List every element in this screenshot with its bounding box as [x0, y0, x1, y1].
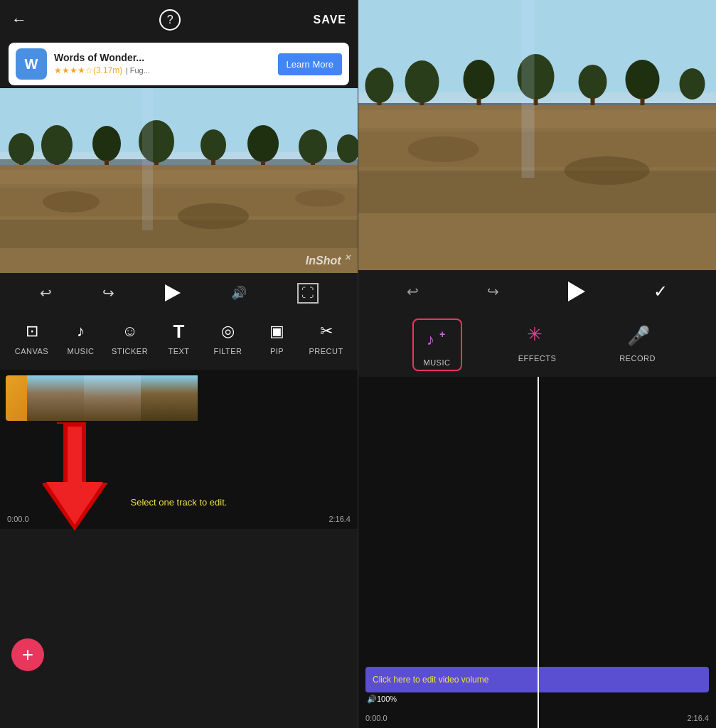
- timestamp-start-left: 0:00.0: [7, 515, 29, 523]
- pip-label: PIP: [270, 347, 284, 355]
- watermark-text: InShot: [306, 255, 341, 267]
- precut-label: PRECUT: [309, 347, 343, 355]
- tool-sticker[interactable]: ☺ STICKER: [109, 318, 151, 355]
- svg-point-4: [41, 125, 73, 165]
- svg-rect-20: [0, 220, 358, 248]
- tool-text[interactable]: T TEXT: [158, 318, 201, 355]
- timeline-thumb-3: [141, 375, 198, 421]
- filter-icon: ◎: [215, 318, 241, 344]
- svg-rect-21: [142, 88, 153, 230]
- svg-text:🎤: 🎤: [627, 324, 651, 347]
- ad-sub: | Fug...: [126, 66, 150, 75]
- canvas-label: CANVAS: [15, 347, 48, 355]
- right-controls-row: ↩ ↪ ✓: [358, 270, 716, 313]
- watermark-icon: ✕: [344, 253, 351, 262]
- ad-title: Words of Wonder...: [54, 52, 271, 63]
- right-timeline: Click here to edit video volume 🔊100% 0:…: [358, 377, 716, 728]
- svg-point-2: [9, 133, 34, 164]
- confirm-button-right[interactable]: ✓: [653, 282, 668, 301]
- controls-row: ↩ ↪ 🔊 ⛶: [0, 273, 358, 313]
- tool-music-right[interactable]: ♪ + MUSIC: [412, 318, 462, 371]
- video-preview-left: InShot ✕: [0, 88, 358, 273]
- tool-music[interactable]: ♪ MUSIC: [60, 318, 102, 355]
- timeline-clip-start: [6, 375, 27, 421]
- tool-filter[interactable]: ◎ FILTER: [207, 318, 250, 355]
- undo-button-left[interactable]: ↩: [40, 284, 52, 301]
- svg-point-48: [565, 156, 650, 185]
- right-panel: ↩ ↪ ✓ ♪ + MUSIC ✳: [358, 0, 716, 728]
- timeline-thumb-2: [84, 375, 141, 421]
- svg-point-47: [408, 136, 479, 162]
- timestamp-end-left: 2:16.4: [328, 515, 351, 523]
- svg-point-33: [464, 60, 495, 100]
- svg-rect-18: [0, 170, 358, 184]
- tools-row: ⊡ CANVAS ♪ MUSIC ☺ STICKER T TEXT ◎ FI: [0, 313, 358, 370]
- bottom-area: ↩ ↪ 🔊 ⛶ ⊡ CANVAS ♪ MUSIC ☺ STICKER: [0, 273, 358, 529]
- music-label: MUSIC: [68, 347, 95, 355]
- tool-precut[interactable]: ✂ PRECUT: [305, 318, 348, 355]
- tool-record-right[interactable]: 🎤 RECORD: [613, 318, 663, 363]
- volume-percent-display: 🔊100%: [367, 695, 397, 704]
- back-button[interactable]: ←: [11, 11, 27, 29]
- landscape-scene-right: [358, 0, 716, 270]
- tool-effects-right[interactable]: ✳ EFFECTS: [513, 318, 562, 363]
- volume-track-text: Click here to edit video volume: [373, 675, 488, 685]
- svg-point-6: [92, 126, 121, 161]
- ad-stars-sub: ★★★★☆(3.17m) | Fug...: [54, 63, 271, 76]
- record-icon-right: 🎤: [622, 318, 653, 350]
- svg-point-12: [247, 125, 279, 162]
- pip-icon: ▣: [265, 318, 290, 344]
- text-icon: T: [166, 318, 192, 344]
- right-tools-row: ♪ + MUSIC ✳ EFFECTS 🎤: [358, 313, 716, 377]
- svg-point-37: [579, 65, 607, 99]
- play-button-left[interactable]: [165, 284, 181, 301]
- right-playhead: [538, 377, 539, 728]
- svg-text:✳: ✳: [527, 323, 543, 345]
- sticker-icon: ☺: [117, 318, 143, 344]
- svg-text:+: +: [439, 328, 445, 340]
- left-panel: ← ? SAVE W Words of Wonder... ★★★★☆(3.17…: [0, 0, 358, 728]
- svg-rect-46: [522, 0, 535, 178]
- ad-text-block: Words of Wonder... ★★★★☆(3.17m) | Fug...: [54, 52, 271, 76]
- svg-rect-45: [358, 171, 716, 213]
- undo-button-right[interactable]: ↩: [407, 283, 419, 300]
- redo-button-right[interactable]: ↪: [487, 283, 499, 300]
- svg-point-10: [201, 129, 226, 161]
- effects-icon-right: ✳: [522, 318, 553, 350]
- svg-text:♪: ♪: [427, 331, 434, 348]
- svg-point-23: [178, 203, 249, 229]
- ad-learn-button[interactable]: Learn More: [278, 53, 342, 75]
- redo-button-left[interactable]: ↪: [102, 284, 114, 301]
- svg-point-41: [680, 68, 705, 100]
- play-button-right[interactable]: [568, 282, 585, 301]
- sticker-label: STICKER: [112, 347, 148, 355]
- record-label-right: RECORD: [619, 354, 656, 363]
- ad-stars: ★★★★☆(3.17m): [54, 65, 122, 75]
- select-track-message: Select one track to edit.: [131, 497, 228, 508]
- effects-label-right: EFFECTS: [518, 354, 557, 363]
- landscape-scene-left: [0, 88, 358, 273]
- svg-point-22: [43, 191, 100, 213]
- svg-rect-43: [358, 110, 716, 128]
- save-button[interactable]: SAVE: [314, 14, 346, 26]
- top-bar: ← ? SAVE: [0, 0, 358, 40]
- fullscreen-button-left[interactable]: ⛶: [297, 283, 319, 304]
- inshot-watermark: InShot ✕: [306, 253, 351, 267]
- timeline-thumb-1: [27, 375, 84, 421]
- svg-point-39: [626, 60, 660, 100]
- right-timestamp-start: 0:00.0: [365, 714, 388, 722]
- tool-pip[interactable]: ▣ PIP: [256, 318, 299, 355]
- canvas-icon: ⊡: [19, 318, 45, 344]
- tool-canvas[interactable]: ⊡ CANVAS: [11, 318, 53, 355]
- timeline-strip: [6, 375, 358, 421]
- text-label: TEXT: [168, 347, 189, 355]
- help-button[interactable]: ?: [159, 9, 181, 31]
- precut-icon: ✂: [314, 318, 339, 344]
- add-media-button[interactable]: +: [11, 638, 44, 671]
- svg-point-31: [405, 60, 439, 103]
- svg-point-24: [295, 190, 345, 207]
- ad-banner: W Words of Wonder... ★★★★☆(3.17m) | Fug.…: [9, 43, 349, 85]
- volume-button-left[interactable]: 🔊: [231, 285, 247, 301]
- ad-icon: W: [16, 48, 47, 80]
- right-timestamp-end: 2:16.4: [687, 714, 709, 722]
